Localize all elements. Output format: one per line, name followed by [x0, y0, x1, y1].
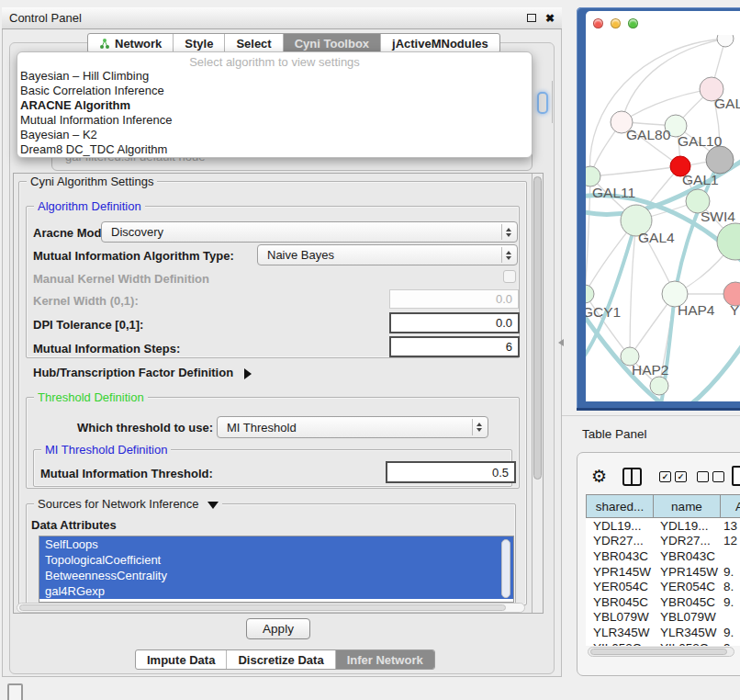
which-threshold-combo[interactable]: MI Threshold [217, 416, 488, 438]
node-label-hap4: HAP4 [678, 302, 715, 318]
table-cell: 9. [720, 626, 740, 639]
algorithm-placeholder: Select algorithm to view settings [17, 52, 532, 69]
scrollbar-thumb[interactable] [533, 176, 542, 480]
select-all-icon[interactable]: ✓✓ [659, 471, 687, 482]
manual-kernel-checkbox[interactable] [503, 270, 516, 283]
tab-discretize-data[interactable]: Discretize Data [227, 650, 335, 669]
attribute-item-topologicalcoefficient[interactable]: TopologicalCoefficient [39, 552, 513, 568]
table-body: YDL19...YDL19...13YDR27...YDR27...12YBR0… [586, 518, 740, 646]
select-none-icon[interactable] [697, 471, 724, 482]
algorithm-option-basic-correlation-inference[interactable]: Basic Correlation Inference [17, 84, 532, 98]
combo-value: MI Threshold [227, 421, 297, 435]
group-title: Threshold Definition [34, 390, 148, 404]
close-icon[interactable]: ✖ [545, 12, 555, 25]
node-bottom[interactable] [650, 377, 668, 395]
tab-label: Select [236, 37, 271, 51]
tab-cyni-toolbox[interactable]: Cyni Toolbox [284, 34, 381, 52]
algorithm-option-dream8-dc-tdc-algorithm[interactable]: Dream8 DC_TDC Algorithm [17, 142, 532, 157]
dpi-tolerance-field[interactable]: 0.0 [389, 312, 520, 333]
data-attributes-list: SelfLoopsTopologicalCoefficientBetweenne… [39, 536, 514, 603]
tab-impute-data[interactable]: Impute Data [136, 650, 227, 669]
table-cell: YDL19... [653, 519, 720, 533]
groupbox-edge [552, 81, 553, 123]
which-threshold-label: Which threshold to use: [77, 421, 213, 435]
table-row[interactable]: YBL079WYBL079W [586, 610, 740, 626]
tab-select[interactable]: Select [225, 34, 283, 52]
apply-button[interactable]: Apply [246, 618, 310, 639]
attribute-item-gal4rgexp[interactable]: gal4RGexp [39, 583, 513, 599]
column-header-name[interactable]: name [653, 494, 720, 518]
algorithm-option-aracne-algorithm[interactable]: ARACNE Algorithm [17, 98, 532, 113]
table-cell: 12 [720, 534, 740, 548]
table-row[interactable]: YBR043CYBR043C [586, 548, 740, 564]
scrollbar-thumb[interactable] [590, 649, 727, 655]
table-row[interactable]: YER054CYER054C8. [586, 579, 740, 594]
group-title: MI Threshold Definition [41, 443, 171, 457]
column-header-shared[interactable]: shared... [586, 494, 653, 518]
algorithm-list: Bayesian – Hill ClimbingBasic Correlatio… [17, 69, 532, 157]
collapsed-panel-button[interactable] [7, 683, 23, 700]
split-columns-icon[interactable] [622, 468, 642, 486]
node-label-gal4: GAL4 [638, 230, 675, 245]
table-cell: YLR345W [653, 626, 720, 639]
node-gal10-gray[interactable] [706, 146, 734, 174]
gear-icon[interactable]: ⚙ [591, 466, 607, 487]
tab-label: Style [185, 37, 213, 51]
table-row[interactable]: YLR345WYLR345W9. [586, 625, 740, 640]
mi-algorithm-type-combo[interactable]: Naive Bayes [257, 244, 518, 265]
vertical-scrollbar[interactable] [532, 174, 543, 613]
mi-steps-field[interactable]: 6 [389, 336, 520, 357]
table-cell: YIL052C [653, 641, 720, 646]
table-cell: YER054C [653, 580, 720, 593]
sources-toggle[interactable]: Sources for Network Inference [34, 497, 222, 511]
hub-definition-toggle[interactable]: Hub/Transcription Factor Definition [33, 366, 252, 379]
table-toolbar: ⚙ ✓✓ [588, 464, 740, 493]
collapse-arrow-icon [207, 502, 219, 509]
list-scrollbar[interactable] [501, 539, 510, 598]
kernel-width-field[interactable]: 0.0 [389, 289, 519, 309]
node-gal11[interactable] [586, 166, 600, 186]
table-row[interactable]: YIL052CYIL052C9. [586, 640, 740, 646]
network-canvas[interactable]: GALGAL80GAL10GAL1GAL11SWI4GAL4GCY1HAP4YH… [586, 35, 740, 401]
tab-style[interactable]: Style [174, 34, 225, 52]
attribute-item-selfloops[interactable]: SelfLoops [39, 536, 513, 552]
zoom-traffic-light[interactable] [628, 18, 638, 28]
table-row[interactable]: YPR145WYPR145W9. [586, 564, 740, 580]
table-cell: YBL079W [586, 610, 653, 624]
node-right-large[interactable] [717, 223, 740, 260]
splitter-handle[interactable] [558, 339, 564, 346]
tab-network[interactable]: Network [88, 34, 174, 52]
tab-infer-network[interactable]: Infer Network [336, 650, 434, 669]
table-row[interactable]: YDR27...YDR27...12 [586, 534, 740, 549]
algorithm-option-bayesian-k2[interactable]: Bayesian – K2 [17, 128, 532, 142]
table-cell: YBR045C [653, 595, 720, 609]
minimize-traffic-light[interactable] [611, 18, 621, 28]
scrollbar-thumb[interactable] [19, 604, 506, 611]
tab-jactivemnodules[interactable]: jActiveMNodules [381, 34, 499, 52]
expand-arrow-icon [244, 368, 252, 379]
column-header-a[interactable]: A [720, 494, 740, 518]
float-window-icon[interactable] [527, 14, 536, 22]
horizontal-scrollbar[interactable] [17, 603, 525, 613]
table-cell: YBR043C [653, 549, 720, 563]
algorithm-option-mutual-information-inference[interactable]: Mutual Information Inference [17, 113, 532, 128]
node-top[interactable] [717, 35, 734, 47]
table-cell: YPR145W [653, 565, 720, 579]
cyni-mode-tabs: Impute DataDiscretize DataInfer Network [135, 649, 435, 670]
algorithm-option-bayesian-hill-climbing[interactable]: Bayesian – Hill Climbing [17, 69, 532, 84]
node-label-gcy1: GCY1 [586, 304, 621, 320]
close-traffic-light[interactable] [593, 18, 603, 28]
aracne-mode-combo[interactable]: Discovery [101, 221, 518, 243]
document-icon[interactable] [732, 466, 740, 486]
network-icon [99, 38, 110, 50]
table-row[interactable]: YBR045CYBR045C9. [586, 594, 740, 610]
table-cell: YBR043C [586, 549, 653, 563]
node-label-y: Y [730, 302, 739, 318]
table-row[interactable]: YDL19...YDL19...13 [586, 518, 740, 534]
mi-threshold-field[interactable]: 0.5 [386, 461, 516, 483]
algorithm-dropdown-popup: Select algorithm to view settings Bayesi… [17, 51, 533, 158]
node-gcy1[interactable] [586, 285, 594, 303]
table-horizontal-scrollbar[interactable] [588, 647, 734, 657]
tab-label: Network [115, 37, 162, 51]
attribute-item-betweennesscentrality[interactable]: BetweennessCentrality [39, 568, 513, 583]
